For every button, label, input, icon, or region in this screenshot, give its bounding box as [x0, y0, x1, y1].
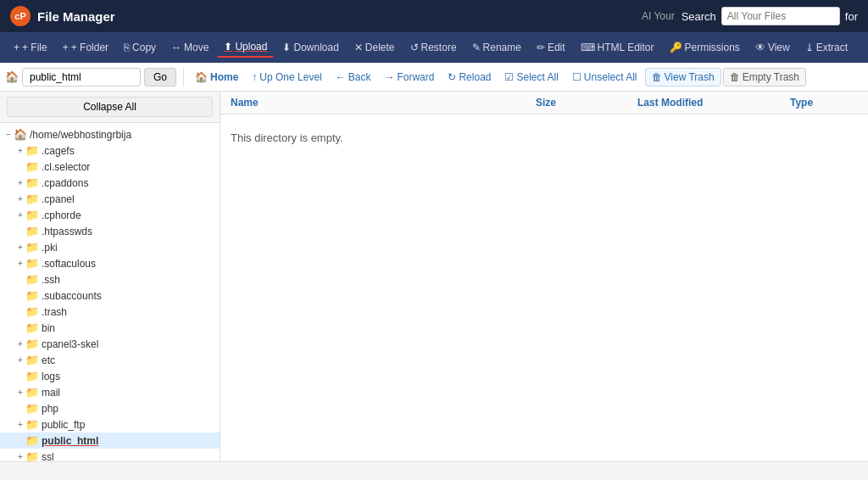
view-trash-button[interactable]: 🗑 View Trash: [645, 68, 721, 87]
folder-label: .ssh: [42, 274, 60, 286]
root-label: /home/webhostingrbija: [30, 129, 131, 141]
folder-label: etc: [42, 354, 55, 366]
top-header: cP File Manager AI Your Search for: [0, 0, 868, 32]
sidebar-header: Collapse All: [0, 92, 220, 123]
expand-icon: +: [15, 146, 25, 155]
select-all-button[interactable]: ☑ Select All: [498, 69, 564, 86]
sidebar-item--ssh[interactable]: 📁.ssh: [0, 271, 220, 287]
cpanel-logo-icon: cP: [10, 6, 31, 26]
sidebar-item--cphorde[interactable]: +📁.cphorde: [0, 207, 220, 223]
rename-button[interactable]: ✎ Rename: [465, 38, 528, 57]
reload-button[interactable]: ↻ Reload: [442, 69, 497, 86]
rename-icon: ✎: [472, 42, 481, 53]
up-icon: ↑: [252, 71, 257, 83]
folder-icon: 📁: [25, 354, 39, 366]
permissions-icon: 🔑: [670, 42, 682, 53]
folder-label: .trash: [42, 306, 67, 318]
folder-label: .htpasswds: [42, 226, 92, 237]
file-tree: − 🏠 /home/webhostingrbija +📁.cagefs📁.cl.…: [0, 123, 220, 461]
sidebar-item-php[interactable]: 📁php: [0, 400, 220, 416]
folder-label: logs: [42, 371, 60, 382]
new-folder-button[interactable]: + + Folder: [56, 38, 115, 57]
location-bar: 🏠 Go: [5, 68, 184, 87]
copy-button[interactable]: ⎘ Copy: [117, 38, 163, 57]
folder-icon: 📁: [25, 257, 39, 270]
app-logo: cP File Manager: [10, 6, 115, 26]
empty-trash-button[interactable]: 🗑 Empty Trash: [723, 68, 806, 87]
sidebar-item-etc[interactable]: +📁etc: [0, 352, 220, 368]
empty-trash-icon: 🗑: [730, 71, 740, 83]
folder-label: .cl.selector: [42, 161, 90, 173]
html-editor-button[interactable]: ⌨ HTML Editor: [574, 38, 661, 57]
folder-icon: 📁: [25, 402, 39, 415]
folder-label: ssl: [42, 451, 54, 462]
view-button[interactable]: 👁 View: [748, 38, 797, 57]
unselect-all-button[interactable]: ☐ Unselect All: [566, 69, 643, 86]
new-file-button[interactable]: + + File: [7, 38, 54, 57]
sidebar-item--cagefs[interactable]: +📁.cagefs: [0, 142, 220, 159]
delete-button[interactable]: ✕ Delete: [348, 38, 402, 57]
toolbar: + + File + + Folder ⎘ Copy ↔ Move ⬆ Uplo…: [0, 32, 868, 63]
sidebar-item--htpasswds[interactable]: 📁.htpasswds: [0, 223, 220, 239]
folder-icon: 📁: [25, 241, 39, 254]
ai-your-label: AI Your: [642, 10, 675, 22]
sidebar-item-bin[interactable]: 📁bin: [0, 320, 220, 336]
up-one-level-button[interactable]: ↑ Up One Level: [246, 69, 327, 86]
home-button[interactable]: 🏠 Home: [189, 69, 244, 86]
sidebar-item--pki[interactable]: +📁.pki: [0, 239, 220, 255]
sidebar-item-logs[interactable]: 📁logs: [0, 368, 220, 384]
expand-icon: +: [15, 420, 25, 429]
expand-icon: +: [15, 452, 25, 461]
upload-button[interactable]: ⬆ Upload: [217, 37, 274, 58]
sidebar-item-ssl[interactable]: +📁ssl: [0, 449, 220, 461]
sidebar-item-public_html[interactable]: 📁public_html: [0, 433, 220, 449]
html-editor-icon: ⌨: [581, 42, 595, 53]
folder-icon: 📁: [25, 418, 39, 431]
go-button[interactable]: Go: [144, 68, 176, 87]
location-input[interactable]: [22, 68, 141, 87]
expand-icon: +: [15, 210, 25, 220]
app-title: File Manager: [37, 9, 115, 24]
sidebar-item--cpaddons[interactable]: +📁.cpaddons: [0, 175, 220, 191]
sidebar-item--cl-selector[interactable]: 📁.cl.selector: [0, 159, 220, 175]
tree-root[interactable]: − 🏠 /home/webhostingrbija: [0, 126, 220, 142]
checkbox-checked-icon: ☑: [504, 71, 514, 83]
file-content-area: Name Size Last Modified Type This direct…: [220, 92, 868, 461]
back-button[interactable]: ← Back: [330, 69, 377, 86]
expand-icon: +: [15, 259, 25, 268]
folder-label: public_ftp: [42, 419, 85, 431]
restore-button[interactable]: ↺ Restore: [403, 38, 464, 57]
search-input[interactable]: [721, 7, 840, 25]
collapse-all-button[interactable]: Collapse All: [7, 97, 213, 117]
expand-icon: +: [15, 178, 25, 187]
sidebar-item--trash[interactable]: 📁.trash: [0, 304, 220, 320]
empty-directory-message: This directory is empty.: [220, 114, 868, 161]
sidebar-item--subaccounts[interactable]: 📁.subaccounts: [0, 287, 220, 304]
expand-icon: +: [15, 388, 25, 397]
bottom-bar: [0, 461, 868, 480]
edit-button[interactable]: ✏ Edit: [530, 38, 572, 57]
back-icon: ←: [336, 71, 346, 83]
extract-button[interactable]: ⤓ Extract: [798, 38, 854, 57]
sidebar-item-cpanel3-skel[interactable]: +📁cpanel3-skel: [0, 336, 220, 352]
folder-label: .cphorde: [42, 209, 81, 221]
folder-icon: 📁: [25, 386, 39, 399]
download-button[interactable]: ⬇ Download: [275, 38, 345, 57]
col-name-header: Name: [231, 97, 536, 109]
permissions-button[interactable]: 🔑 Permissions: [663, 38, 747, 57]
collapse-icon: −: [3, 130, 14, 139]
sidebar-item--cpanel[interactable]: +📁.cpanel: [0, 191, 220, 207]
folder-icon: 📁: [25, 289, 39, 302]
folder-icon: 📁: [25, 144, 39, 157]
sidebar-item-mail[interactable]: +📁mail: [0, 384, 220, 400]
move-button[interactable]: ↔ Move: [164, 38, 215, 57]
delete-icon: ✕: [354, 42, 363, 53]
sidebar-item--softaculous[interactable]: +📁.softaculous: [0, 255, 220, 271]
file-plus-icon: +: [14, 42, 19, 53]
forward-button[interactable]: → Forward: [378, 69, 440, 86]
folder-icon: 📁: [25, 209, 39, 221]
search-label: Search: [682, 10, 716, 23]
sidebar-item-public_ftp[interactable]: +📁public_ftp: [0, 416, 220, 433]
folder-icon: 📁: [25, 225, 39, 237]
expand-icon: +: [15, 243, 25, 252]
